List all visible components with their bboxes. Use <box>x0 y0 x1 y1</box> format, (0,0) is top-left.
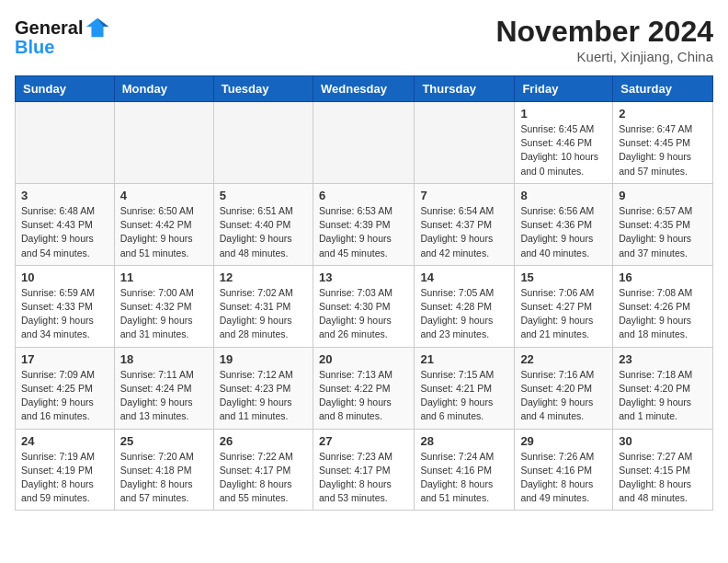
week-row-3: 10Sunrise: 6:59 AM Sunset: 4:33 PM Dayli… <box>16 265 713 347</box>
day-info: Sunrise: 7:26 AM Sunset: 4:16 PM Dayligh… <box>520 450 607 506</box>
day-info: Sunrise: 7:16 AM Sunset: 4:20 PM Dayligh… <box>520 368 607 424</box>
day-number: 28 <box>420 434 508 448</box>
weekday-header-tuesday: Tuesday <box>213 76 313 102</box>
calendar-cell: 24Sunrise: 7:19 AM Sunset: 4:19 PM Dayli… <box>16 429 115 511</box>
weekday-header-wednesday: Wednesday <box>313 76 414 102</box>
day-info: Sunrise: 7:15 AM Sunset: 4:21 PM Dayligh… <box>420 368 508 424</box>
day-number: 24 <box>21 434 108 448</box>
day-number: 16 <box>619 270 707 284</box>
week-row-2: 3Sunrise: 6:48 AM Sunset: 4:43 PM Daylig… <box>16 183 713 265</box>
calendar-cell: 9Sunrise: 6:57 AM Sunset: 4:35 PM Daylig… <box>613 183 713 265</box>
calendar-cell: 3Sunrise: 6:48 AM Sunset: 4:43 PM Daylig… <box>16 183 115 265</box>
day-info: Sunrise: 7:20 AM Sunset: 4:18 PM Dayligh… <box>120 450 208 506</box>
day-info: Sunrise: 7:12 AM Sunset: 4:23 PM Dayligh… <box>220 368 307 424</box>
page-header: General Blue November 2024 Kuerti, Xinji… <box>15 15 713 64</box>
calendar-cell: 1Sunrise: 6:45 AM Sunset: 4:46 PM Daylig… <box>515 102 613 184</box>
calendar-cell: 12Sunrise: 7:02 AM Sunset: 4:31 PM Dayli… <box>213 265 313 347</box>
location: Kuerti, Xinjiang, China <box>495 49 713 64</box>
calendar-cell: 5Sunrise: 6:51 AM Sunset: 4:40 PM Daylig… <box>213 183 313 265</box>
calendar-cell: 29Sunrise: 7:26 AM Sunset: 4:16 PM Dayli… <box>515 429 613 511</box>
weekday-header-thursday: Thursday <box>415 76 515 102</box>
svg-marker-0 <box>86 18 108 38</box>
day-info: Sunrise: 7:03 AM Sunset: 4:30 PM Dayligh… <box>319 286 408 342</box>
calendar-cell: 27Sunrise: 7:23 AM Sunset: 4:17 PM Dayli… <box>313 429 414 511</box>
day-number: 22 <box>520 352 607 366</box>
calendar-cell: 16Sunrise: 7:08 AM Sunset: 4:26 PM Dayli… <box>613 265 713 347</box>
day-info: Sunrise: 6:47 AM Sunset: 4:45 PM Dayligh… <box>619 122 707 178</box>
calendar-cell: 7Sunrise: 6:54 AM Sunset: 4:37 PM Daylig… <box>415 183 515 265</box>
day-info: Sunrise: 7:02 AM Sunset: 4:31 PM Dayligh… <box>220 286 307 342</box>
day-info: Sunrise: 7:13 AM Sunset: 4:22 PM Dayligh… <box>319 368 408 424</box>
day-number: 8 <box>520 189 607 202</box>
weekday-header-row: SundayMondayTuesdayWednesdayThursdayFrid… <box>16 76 713 102</box>
calendar-cell: 6Sunrise: 6:53 AM Sunset: 4:39 PM Daylig… <box>313 183 414 265</box>
day-number: 26 <box>220 434 307 448</box>
day-info: Sunrise: 7:05 AM Sunset: 4:28 PM Dayligh… <box>420 286 508 342</box>
calendar-cell: 28Sunrise: 7:24 AM Sunset: 4:16 PM Dayli… <box>415 429 515 511</box>
day-number: 21 <box>420 352 508 366</box>
calendar-cell <box>16 102 115 184</box>
calendar-cell <box>415 102 515 184</box>
calendar-cell: 8Sunrise: 6:56 AM Sunset: 4:36 PM Daylig… <box>515 183 613 265</box>
day-number: 4 <box>120 189 208 202</box>
calendar-cell: 17Sunrise: 7:09 AM Sunset: 4:25 PM Dayli… <box>16 347 115 429</box>
day-info: Sunrise: 6:51 AM Sunset: 4:40 PM Dayligh… <box>220 204 307 260</box>
calendar-cell: 2Sunrise: 6:47 AM Sunset: 4:45 PM Daylig… <box>613 102 713 184</box>
day-info: Sunrise: 7:09 AM Sunset: 4:25 PM Dayligh… <box>21 368 108 424</box>
month-title: November 2024 <box>495 15 713 49</box>
day-number: 2 <box>619 107 707 121</box>
day-info: Sunrise: 7:18 AM Sunset: 4:20 PM Dayligh… <box>619 368 707 424</box>
day-number: 27 <box>319 434 408 448</box>
day-info: Sunrise: 6:50 AM Sunset: 4:42 PM Dayligh… <box>120 204 208 260</box>
calendar-cell: 14Sunrise: 7:05 AM Sunset: 4:28 PM Dayli… <box>415 265 515 347</box>
day-number: 17 <box>21 352 108 366</box>
day-number: 1 <box>520 107 607 121</box>
day-info: Sunrise: 7:08 AM Sunset: 4:26 PM Dayligh… <box>619 286 707 342</box>
title-block: November 2024 Kuerti, Xinjiang, China <box>495 15 713 64</box>
calendar-cell: 19Sunrise: 7:12 AM Sunset: 4:23 PM Dayli… <box>213 347 313 429</box>
calendar-cell: 23Sunrise: 7:18 AM Sunset: 4:20 PM Dayli… <box>613 347 713 429</box>
day-number: 3 <box>21 189 108 202</box>
day-info: Sunrise: 6:45 AM Sunset: 4:46 PM Dayligh… <box>520 122 607 178</box>
day-number: 15 <box>520 270 607 284</box>
calendar-cell <box>213 102 313 184</box>
week-row-5: 24Sunrise: 7:19 AM Sunset: 4:19 PM Dayli… <box>16 429 713 511</box>
weekday-header-sunday: Sunday <box>16 76 115 102</box>
week-row-1: 1Sunrise: 6:45 AM Sunset: 4:46 PM Daylig… <box>16 102 713 184</box>
calendar: SundayMondayTuesdayWednesdayThursdayFrid… <box>15 75 713 511</box>
weekday-header-friday: Friday <box>515 76 613 102</box>
calendar-cell: 20Sunrise: 7:13 AM Sunset: 4:22 PM Dayli… <box>313 347 414 429</box>
calendar-cell: 4Sunrise: 6:50 AM Sunset: 4:42 PM Daylig… <box>114 183 213 265</box>
day-info: Sunrise: 6:53 AM Sunset: 4:39 PM Dayligh… <box>319 204 408 260</box>
day-info: Sunrise: 7:27 AM Sunset: 4:15 PM Dayligh… <box>619 450 707 506</box>
day-number: 5 <box>220 189 307 202</box>
day-info: Sunrise: 7:06 AM Sunset: 4:27 PM Dayligh… <box>520 286 607 342</box>
day-number: 12 <box>220 270 307 284</box>
calendar-cell: 26Sunrise: 7:22 AM Sunset: 4:17 PM Dayli… <box>213 429 313 511</box>
day-number: 10 <box>21 270 108 284</box>
day-info: Sunrise: 6:57 AM Sunset: 4:35 PM Dayligh… <box>619 204 707 260</box>
day-number: 30 <box>619 434 707 448</box>
day-number: 9 <box>619 189 707 202</box>
calendar-cell <box>313 102 414 184</box>
logo: General Blue <box>15 15 110 58</box>
day-number: 19 <box>220 352 307 366</box>
day-number: 29 <box>520 434 607 448</box>
calendar-cell: 10Sunrise: 6:59 AM Sunset: 4:33 PM Dayli… <box>16 265 115 347</box>
calendar-cell: 30Sunrise: 7:27 AM Sunset: 4:15 PM Dayli… <box>613 429 713 511</box>
day-number: 20 <box>319 352 408 366</box>
day-number: 6 <box>319 189 408 202</box>
calendar-cell: 13Sunrise: 7:03 AM Sunset: 4:30 PM Dayli… <box>313 265 414 347</box>
calendar-cell: 15Sunrise: 7:06 AM Sunset: 4:27 PM Dayli… <box>515 265 613 347</box>
calendar-cell: 21Sunrise: 7:15 AM Sunset: 4:21 PM Dayli… <box>415 347 515 429</box>
calendar-cell: 22Sunrise: 7:16 AM Sunset: 4:20 PM Dayli… <box>515 347 613 429</box>
weekday-header-saturday: Saturday <box>613 76 713 102</box>
day-number: 13 <box>319 270 408 284</box>
calendar-cell: 25Sunrise: 7:20 AM Sunset: 4:18 PM Dayli… <box>114 429 213 511</box>
day-info: Sunrise: 7:23 AM Sunset: 4:17 PM Dayligh… <box>319 450 408 506</box>
day-number: 18 <box>120 352 208 366</box>
day-info: Sunrise: 6:48 AM Sunset: 4:43 PM Dayligh… <box>21 204 108 260</box>
day-info: Sunrise: 7:00 AM Sunset: 4:32 PM Dayligh… <box>120 286 208 342</box>
weekday-header-monday: Monday <box>114 76 213 102</box>
calendar-cell <box>114 102 213 184</box>
